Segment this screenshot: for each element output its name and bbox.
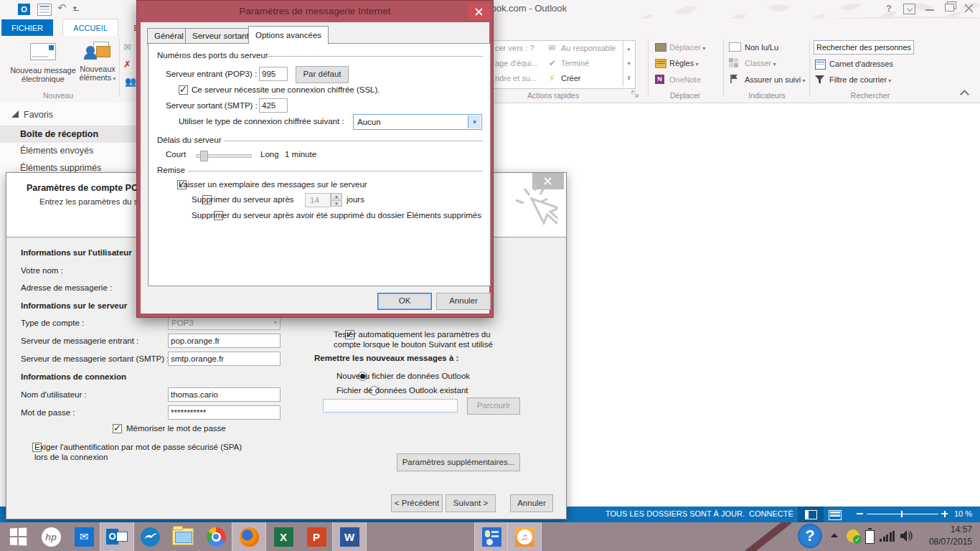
quickstep-done[interactable]: Terminé	[561, 59, 589, 67]
more-settings-button[interactable]: Paramètres supplémentaires...	[397, 453, 520, 471]
minimize-icon[interactable]	[925, 9, 934, 11]
favorites-header[interactable]: Favoris	[11, 110, 53, 120]
taskbar-powerpoint[interactable]: P	[300, 522, 333, 551]
taskbar-itunes[interactable]: ♫	[508, 522, 541, 551]
categorize-button[interactable]: Classer	[745, 59, 776, 67]
collapse-ribbon-icon[interactable]	[961, 89, 970, 95]
sidebar-item-sent[interactable]: Éléments envoyés	[20, 146, 93, 156]
quicksteps-scroll-up-icon[interactable]: ▲	[623, 41, 634, 56]
back-button[interactable]: < Précédent	[391, 494, 443, 512]
filter-email-button[interactable]: Filtre de courrier	[829, 75, 891, 84]
tray-help-icon[interactable]: ?	[798, 524, 822, 548]
quicksteps-more-icon[interactable]: ⊻	[623, 71, 634, 87]
tab-options-avancees[interactable]: Options avancées	[248, 26, 329, 44]
rules-button[interactable]: Règles	[669, 59, 699, 67]
dialog-cancel-button[interactable]: Annuler	[436, 293, 491, 310]
remember-password-checkbox[interactable]	[113, 424, 122, 433]
tray-hidden-icons-icon[interactable]	[831, 533, 838, 537]
zoom-slider-handle[interactable]	[901, 511, 903, 517]
username-input[interactable]	[168, 387, 281, 402]
timeout-value: 1 minute	[285, 150, 316, 159]
move-button[interactable]: Déplacer	[669, 43, 705, 52]
spinner-up-icon[interactable]: ▲	[331, 193, 342, 199]
new-items-button[interactable]: Nouveaux éléments	[77, 39, 118, 99]
zoom-slider[interactable]	[867, 514, 938, 514]
quickstep-create[interactable]: Créer	[561, 74, 581, 83]
data-file-path-input[interactable]	[323, 399, 458, 413]
ok-button[interactable]: OK	[377, 293, 432, 310]
incoming-port-input[interactable]	[259, 67, 288, 81]
close-icon[interactable]	[964, 4, 974, 13]
dialog-launcher-icon[interactable]	[631, 90, 639, 98]
taskbar-excel[interactable]: X	[267, 522, 300, 551]
search-people-input[interactable]	[814, 40, 914, 55]
remove-after-label: Supprimer du serveur après	[192, 195, 294, 204]
follow-up-button[interactable]: Assurer un suivi	[745, 75, 806, 84]
new-email-button[interactable]: Nouveau message électronique	[10, 39, 76, 99]
browse-button[interactable]: Parcourir	[467, 397, 520, 415]
help-icon[interactable]: ?	[883, 3, 895, 14]
zoom-in-icon[interactable]	[941, 513, 948, 514]
desktop: O ↶ ▾ thomas.cario@outlook.com - Outlook…	[0, 0, 980, 551]
group-label-actions-rapides: Actions rapides	[485, 91, 621, 100]
taskbar-mail[interactable]: ✉	[67, 522, 100, 551]
ssl-checkbox[interactable]	[179, 85, 188, 95]
encryption-select[interactable]: Aucun ▾	[353, 114, 482, 130]
taskbar-firefox[interactable]	[232, 522, 265, 551]
quickstep-move-to[interactable]: cer vers : ?	[495, 44, 534, 52]
taskbar-word[interactable]: W	[333, 522, 366, 551]
taskbar-explorer[interactable]	[166, 522, 199, 551]
next-button[interactable]: Suivant >	[446, 494, 496, 512]
quicksteps-scroll-down-icon[interactable]: ▼	[623, 56, 634, 71]
taskbar-chrome[interactable]	[199, 522, 232, 551]
password-input[interactable]	[168, 405, 281, 420]
tray-clock-time[interactable]: 14:57	[922, 524, 972, 534]
wizard-cancel-button[interactable]: Annuler	[510, 494, 553, 512]
sidebar-item-inbox[interactable]: Boîte de réception	[0, 126, 136, 143]
outgoing-port-input[interactable]	[259, 98, 288, 113]
default-ports-button[interactable]: Par défaut	[296, 66, 349, 83]
tray-battery-icon[interactable]	[865, 530, 875, 544]
timeout-slider-handle[interactable]	[200, 151, 208, 161]
tray-network-icon[interactable]	[880, 531, 895, 542]
taskbar-outlook[interactable]: O	[100, 522, 133, 551]
tab-accueil[interactable]: ACCUEIL	[62, 19, 118, 37]
ribbon-display-options-icon[interactable]	[903, 4, 915, 14]
taskbar-hp[interactable]: hp	[34, 522, 67, 551]
timeout-short-label: Court	[166, 150, 186, 159]
normal-view-button[interactable]	[798, 507, 824, 522]
tab-serveur-sortant[interactable]: Serveur sortant	[185, 28, 256, 44]
ignore-icon[interactable]: ✉	[123, 42, 131, 52]
zoom-out-icon[interactable]	[857, 513, 863, 514]
restore-icon[interactable]	[945, 4, 954, 11]
tray-antivirus-icon[interactable]: ✓	[847, 529, 859, 542]
junk-icon[interactable]: ✗	[123, 59, 131, 70]
quickstep-to-manager[interactable]: Au responsable	[561, 44, 616, 52]
wizard-email-label: Adresse de messagerie :	[21, 283, 112, 292]
reading-view-button[interactable]	[829, 510, 842, 520]
cleanup-icon[interactable]: 👥	[125, 76, 136, 87]
incoming-server-input[interactable]	[168, 334, 281, 348]
unread-button[interactable]: Non lu/Lu	[745, 43, 778, 52]
spinner-down-icon[interactable]: ▼	[331, 200, 342, 207]
excel-icon: X	[274, 527, 293, 547]
tray-volume-icon[interactable]	[900, 529, 913, 542]
tab-general[interactable]: Général	[147, 28, 191, 44]
days-spinner[interactable]: 14	[305, 193, 331, 207]
zoom-level[interactable]: 10 %	[954, 509, 972, 518]
outgoing-server-input[interactable]	[168, 352, 281, 366]
group-rechercher: Carnet d'adresses Filtre de courrier Rec…	[811, 36, 930, 102]
tray-clock-date[interactable]: 08/07/2015	[922, 537, 972, 547]
account-type-select[interactable]: POP3 ▾	[168, 316, 281, 330]
quickstep-reply-delete[interactable]: ndre et su...	[495, 74, 537, 83]
taskbar-openoffice[interactable]	[133, 522, 166, 551]
tab-fichier[interactable]: FICHIER	[1, 19, 53, 37]
taskbar-magnifier-utility[interactable]	[475, 522, 508, 551]
quickstep-team-email[interactable]: age d'équi...	[495, 59, 538, 67]
dialog-close-button[interactable]	[468, 3, 490, 20]
start-button[interactable]	[1, 522, 34, 551]
address-book-button[interactable]: Carnet d'adresses	[829, 60, 893, 68]
sidebar-item-deleted[interactable]: Éléments supprimés	[20, 163, 101, 173]
onenote-button[interactable]: OneNote	[669, 75, 701, 84]
wizard-username-label: Nom d'utilisateur :	[21, 390, 87, 399]
